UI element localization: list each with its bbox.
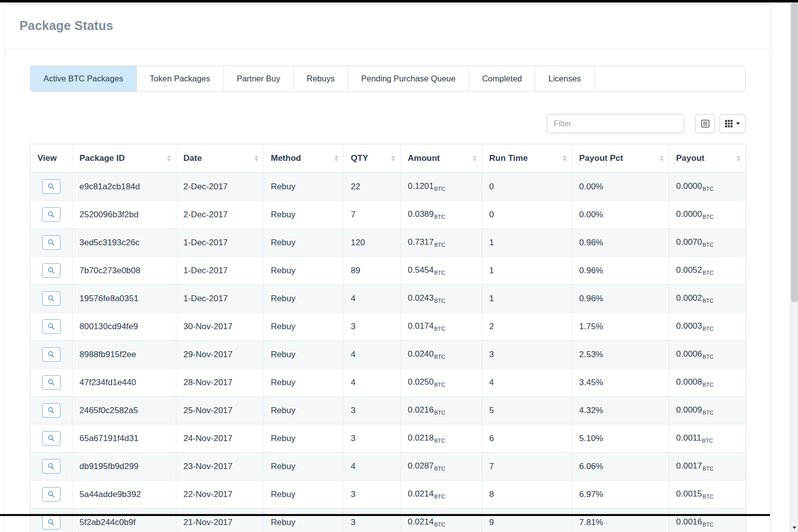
view-button[interactable] — [42, 431, 60, 446]
view-button[interactable] — [42, 291, 60, 306]
method-cell: Rebuy — [264, 481, 344, 509]
view-button[interactable] — [42, 207, 60, 222]
tab-active-btc-packages[interactable]: Active BTC Packages — [30, 66, 137, 91]
btc-unit: BTC — [434, 382, 445, 388]
view-cell — [30, 257, 72, 285]
view-button[interactable] — [42, 515, 60, 530]
date-cell: 28-Nov-2017 — [176, 369, 264, 397]
scrollbar-down-arrow[interactable] — [791, 523, 798, 532]
table-row: e9c81a2cb184d 2-Dec-2017 Rebuy 22 0.1201… — [30, 173, 746, 201]
view-cell — [30, 481, 72, 509]
payout-cell: 0.0009BTC — [669, 397, 746, 425]
amount-cell: 0.0214BTC — [401, 481, 482, 509]
payout-cell: 0.0000BTC — [669, 173, 746, 201]
grid-view-button[interactable] — [720, 114, 746, 133]
btc-unit: BTC — [434, 326, 445, 332]
package-id-cell: 2520096b3f2bd — [72, 201, 176, 229]
package-id-cell: e9c81a2cb184d — [72, 173, 176, 201]
column-header-payout-pct[interactable]: Payout Pct — [572, 144, 669, 173]
scrollbar-thumb[interactable] — [791, 2, 798, 302]
method-cell: Rebuy — [264, 341, 344, 369]
package-id-cell: 3ed5c3193c26c — [72, 229, 176, 257]
run-time-cell: 9 — [482, 509, 572, 532]
view-cell — [30, 397, 72, 425]
sort-icon — [334, 155, 338, 161]
tab-rebuys[interactable]: Rebuys — [294, 66, 348, 91]
magnifier-icon — [47, 463, 55, 470]
view-button[interactable] — [42, 319, 60, 334]
sort-icon — [473, 155, 477, 161]
payout-pct-cell: 6.97% — [572, 481, 669, 509]
window-top-edge — [0, 0, 798, 2]
view-toggle-group — [695, 114, 746, 133]
vertical-scrollbar[interactable] — [790, 2, 798, 532]
run-time-cell: 4 — [482, 369, 572, 397]
column-header-payout[interactable]: Payout — [669, 144, 746, 173]
magnifier-icon — [47, 323, 55, 330]
magnifier-icon — [47, 491, 55, 498]
tab-token-packages[interactable]: Token Packages — [137, 66, 224, 91]
btc-unit: BTC — [703, 242, 714, 248]
column-header-run-time[interactable]: Run Time — [482, 144, 572, 173]
view-cell — [30, 453, 72, 481]
package-id-cell: 47f234fd1e440 — [72, 369, 176, 397]
column-header-date[interactable]: Date — [176, 144, 264, 173]
amount-cell: 0.1201BTC — [401, 173, 482, 201]
payout-pct-cell: 5.10% — [572, 425, 669, 453]
btc-unit: BTC — [703, 186, 714, 192]
filter-input[interactable] — [547, 114, 684, 133]
package-id-cell: 8988fb915f2ee — [72, 341, 176, 369]
tab-completed[interactable]: Completed — [469, 66, 536, 91]
btc-unit: BTC — [434, 186, 445, 192]
column-header-package-id[interactable]: Package ID — [72, 144, 176, 173]
view-cell — [30, 201, 72, 229]
method-cell: Rebuy — [264, 173, 344, 201]
column-header-amount[interactable]: Amount — [401, 144, 482, 173]
magnifier-icon — [47, 267, 55, 274]
package-id-cell: 5a44adde9b392 — [72, 481, 176, 509]
table-row: 3ed5c3193c26c 1-Dec-2017 Rebuy 120 0.731… — [30, 229, 746, 257]
qty-cell: 4 — [344, 369, 401, 397]
payout-cell: 0.0006BTC — [669, 341, 746, 369]
payout-cell: 0.0015BTC — [669, 481, 746, 509]
run-time-cell: 1 — [482, 229, 572, 257]
btc-unit: BTC — [434, 354, 445, 360]
column-header-qty[interactable]: QTY — [344, 144, 401, 173]
magnifier-icon — [47, 407, 55, 414]
method-cell: Rebuy — [264, 397, 344, 425]
date-cell: 25-Nov-2017 — [176, 397, 264, 425]
view-button[interactable] — [42, 375, 60, 390]
package-id-cell: 800130cd94fe9 — [72, 313, 176, 341]
qty-cell: 4 — [344, 453, 401, 481]
table-row: 65a67191f4d31 24-Nov-2017 Rebuy 3 0.0218… — [30, 425, 746, 453]
table-row: db9195fb9d299 23-Nov-2017 Rebuy 4 0.0287… — [30, 453, 746, 481]
column-header-label: Payout — [676, 153, 705, 163]
payout-pct-cell: 4.32% — [572, 397, 669, 425]
view-button[interactable] — [42, 487, 60, 502]
view-cell — [30, 341, 72, 369]
view-button[interactable] — [42, 347, 60, 362]
column-header-method[interactable]: Method — [264, 144, 344, 173]
method-cell: Rebuy — [264, 509, 344, 532]
tab-partner-buy[interactable]: Partner Buy — [224, 66, 294, 91]
view-button[interactable] — [42, 235, 60, 250]
btc-unit: BTC — [434, 270, 445, 276]
tab-pending-purchase-queue[interactable]: Pending Purchase Queue — [348, 66, 469, 91]
btc-unit: BTC — [702, 438, 713, 444]
payout-cell: 0.0000BTC — [669, 201, 746, 229]
table-row: 800130cd94fe9 30-Nov-2017 Rebuy 3 0.0174… — [30, 313, 746, 341]
view-button[interactable] — [42, 459, 60, 474]
view-button[interactable] — [42, 403, 60, 418]
date-cell: 22-Nov-2017 — [176, 481, 264, 509]
column-header-view[interactable]: View — [30, 144, 72, 173]
tab-licenses[interactable]: Licenses — [535, 66, 594, 91]
view-button[interactable] — [42, 179, 60, 194]
date-cell: 23-Nov-2017 — [176, 453, 264, 481]
column-header-label: Method — [271, 153, 301, 163]
list-view-button[interactable] — [695, 114, 715, 133]
view-button[interactable] — [42, 263, 60, 278]
method-cell: Rebuy — [264, 453, 344, 481]
table-row: 47f234fd1e440 28-Nov-2017 Rebuy 4 0.0250… — [30, 369, 746, 397]
view-cell — [30, 285, 72, 313]
amount-cell: 0.0174BTC — [401, 313, 482, 341]
